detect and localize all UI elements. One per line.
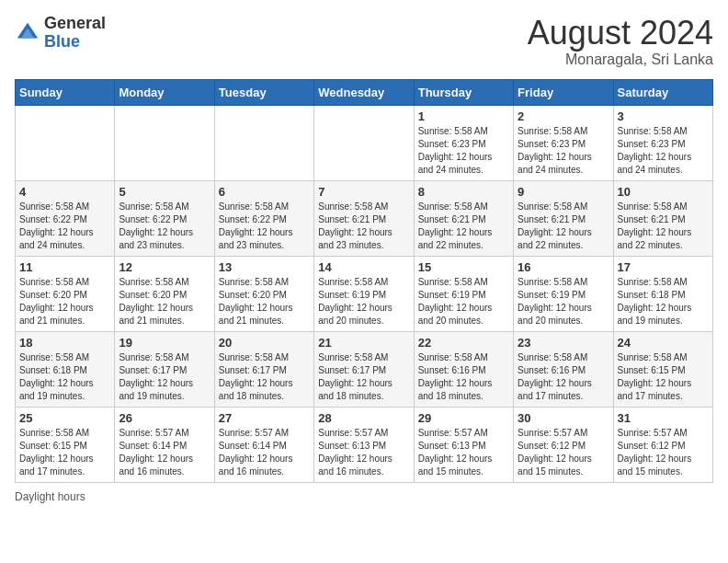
subtitle: Monaragala, Sri Lanka	[528, 52, 713, 68]
day-number: 21	[318, 336, 409, 350]
day-info: Sunrise: 5:58 AM Sunset: 6:18 PM Dayligh…	[618, 276, 709, 327]
logo: General Blue	[15, 15, 106, 52]
calendar-cell	[214, 105, 313, 180]
day-info: Sunrise: 5:58 AM Sunset: 6:17 PM Dayligh…	[119, 351, 210, 403]
calendar-cell: 20Sunrise: 5:58 AM Sunset: 6:17 PM Dayli…	[214, 331, 313, 407]
calendar-cell: 30Sunrise: 5:57 AM Sunset: 6:12 PM Dayli…	[514, 407, 613, 482]
day-number: 18	[19, 336, 110, 350]
calendar-cell: 16Sunrise: 5:58 AM Sunset: 6:19 PM Dayli…	[514, 256, 613, 331]
day-number: 1	[418, 109, 509, 123]
day-info: Sunrise: 5:58 AM Sunset: 6:16 PM Dayligh…	[518, 351, 609, 403]
day-number: 31	[618, 411, 709, 425]
calendar-cell: 28Sunrise: 5:57 AM Sunset: 6:13 PM Dayli…	[314, 407, 414, 482]
week-row-4: 25Sunrise: 5:58 AM Sunset: 6:15 PM Dayli…	[16, 407, 713, 482]
week-row-1: 4Sunrise: 5:58 AM Sunset: 6:22 PM Daylig…	[16, 180, 713, 256]
day-info: Sunrise: 5:58 AM Sunset: 6:22 PM Dayligh…	[19, 201, 110, 252]
day-number: 9	[518, 185, 609, 199]
calendar-cell: 4Sunrise: 5:58 AM Sunset: 6:22 PM Daylig…	[16, 180, 115, 256]
calendar-cell: 1Sunrise: 5:58 AM Sunset: 6:23 PM Daylig…	[414, 105, 513, 180]
day-number: 24	[618, 336, 709, 350]
day-info: Sunrise: 5:58 AM Sunset: 6:15 PM Dayligh…	[19, 427, 110, 478]
day-number: 2	[518, 109, 609, 123]
day-info: Sunrise: 5:58 AM Sunset: 6:20 PM Dayligh…	[219, 276, 310, 327]
day-number: 4	[19, 185, 110, 199]
calendar-cell: 26Sunrise: 5:57 AM Sunset: 6:14 PM Dayli…	[115, 407, 214, 482]
day-info: Sunrise: 5:57 AM Sunset: 6:12 PM Dayligh…	[618, 427, 709, 478]
day-number: 27	[219, 411, 310, 425]
calendar-cell	[314, 105, 414, 180]
week-row-3: 18Sunrise: 5:58 AM Sunset: 6:18 PM Dayli…	[16, 331, 713, 407]
calendar-cell: 29Sunrise: 5:57 AM Sunset: 6:13 PM Dayli…	[414, 407, 513, 482]
day-number: 15	[418, 260, 509, 274]
day-number: 12	[119, 260, 210, 274]
calendar-cell: 15Sunrise: 5:58 AM Sunset: 6:19 PM Dayli…	[414, 256, 513, 331]
title-area: August 2024 Monaragala, Sri Lanka	[528, 15, 713, 68]
day-header-wednesday: Wednesday	[314, 79, 414, 105]
footer-note: Daylight hours	[15, 490, 713, 503]
day-info: Sunrise: 5:58 AM Sunset: 6:18 PM Dayligh…	[19, 351, 110, 403]
calendar-cell: 24Sunrise: 5:58 AM Sunset: 6:15 PM Dayli…	[613, 331, 712, 407]
day-number: 23	[518, 336, 609, 350]
day-header-friday: Friday	[514, 79, 613, 105]
day-info: Sunrise: 5:58 AM Sunset: 6:22 PM Dayligh…	[219, 201, 310, 252]
day-info: Sunrise: 5:58 AM Sunset: 6:19 PM Dayligh…	[418, 276, 509, 327]
day-header-saturday: Saturday	[613, 79, 712, 105]
calendar-cell: 8Sunrise: 5:58 AM Sunset: 6:21 PM Daylig…	[414, 180, 513, 256]
main-title: August 2024	[528, 15, 713, 52]
day-info: Sunrise: 5:58 AM Sunset: 6:20 PM Dayligh…	[119, 276, 210, 327]
calendar-table: SundayMondayTuesdayWednesdayThursdayFrid…	[15, 79, 713, 483]
day-info: Sunrise: 5:58 AM Sunset: 6:16 PM Dayligh…	[418, 351, 509, 403]
calendar-cell: 27Sunrise: 5:57 AM Sunset: 6:14 PM Dayli…	[214, 407, 313, 482]
day-info: Sunrise: 5:58 AM Sunset: 6:20 PM Dayligh…	[19, 276, 110, 327]
calendar-cell	[115, 105, 214, 180]
day-header-sunday: Sunday	[16, 79, 115, 105]
day-header-monday: Monday	[115, 79, 214, 105]
week-row-0: 1Sunrise: 5:58 AM Sunset: 6:23 PM Daylig…	[16, 105, 713, 180]
day-info: Sunrise: 5:58 AM Sunset: 6:15 PM Dayligh…	[618, 351, 709, 403]
day-info: Sunrise: 5:58 AM Sunset: 6:21 PM Dayligh…	[318, 201, 409, 252]
calendar-cell: 18Sunrise: 5:58 AM Sunset: 6:18 PM Dayli…	[16, 331, 115, 407]
day-number: 28	[318, 411, 409, 425]
day-number: 13	[219, 260, 310, 274]
day-number: 30	[518, 411, 609, 425]
day-info: Sunrise: 5:57 AM Sunset: 6:12 PM Dayligh…	[518, 427, 609, 478]
calendar-cell: 2Sunrise: 5:58 AM Sunset: 6:23 PM Daylig…	[514, 105, 613, 180]
day-info: Sunrise: 5:58 AM Sunset: 6:21 PM Dayligh…	[418, 201, 509, 252]
day-info: Sunrise: 5:57 AM Sunset: 6:13 PM Dayligh…	[418, 427, 509, 478]
calendar-cell: 25Sunrise: 5:58 AM Sunset: 6:15 PM Dayli…	[16, 407, 115, 482]
day-info: Sunrise: 5:57 AM Sunset: 6:14 PM Dayligh…	[119, 427, 210, 478]
day-number: 14	[318, 260, 409, 274]
calendar-cell: 23Sunrise: 5:58 AM Sunset: 6:16 PM Dayli…	[514, 331, 613, 407]
day-number: 22	[418, 336, 509, 350]
day-info: Sunrise: 5:58 AM Sunset: 6:22 PM Dayligh…	[119, 201, 210, 252]
logo-text: General Blue	[44, 15, 106, 52]
logo-blue-text: Blue	[44, 33, 106, 52]
day-info: Sunrise: 5:58 AM Sunset: 6:23 PM Dayligh…	[418, 125, 509, 177]
header: General Blue August 2024 Monaragala, Sri…	[15, 15, 713, 68]
calendar-cell: 9Sunrise: 5:58 AM Sunset: 6:21 PM Daylig…	[514, 180, 613, 256]
day-number: 5	[119, 185, 210, 199]
calendar-cell: 21Sunrise: 5:58 AM Sunset: 6:17 PM Dayli…	[314, 331, 414, 407]
day-header-tuesday: Tuesday	[214, 79, 313, 105]
day-number: 7	[318, 185, 409, 199]
day-info: Sunrise: 5:58 AM Sunset: 6:17 PM Dayligh…	[318, 351, 409, 403]
calendar-cell: 7Sunrise: 5:58 AM Sunset: 6:21 PM Daylig…	[314, 180, 414, 256]
day-number: 3	[618, 109, 709, 123]
calendar-cell: 14Sunrise: 5:58 AM Sunset: 6:19 PM Dayli…	[314, 256, 414, 331]
calendar-cell: 19Sunrise: 5:58 AM Sunset: 6:17 PM Dayli…	[115, 331, 214, 407]
day-info: Sunrise: 5:57 AM Sunset: 6:14 PM Dayligh…	[219, 427, 310, 478]
calendar-cell: 13Sunrise: 5:58 AM Sunset: 6:20 PM Dayli…	[214, 256, 313, 331]
calendar-cell: 11Sunrise: 5:58 AM Sunset: 6:20 PM Dayli…	[16, 256, 115, 331]
day-number: 19	[119, 336, 210, 350]
calendar-cell: 5Sunrise: 5:58 AM Sunset: 6:22 PM Daylig…	[115, 180, 214, 256]
day-number: 6	[219, 185, 310, 199]
day-info: Sunrise: 5:58 AM Sunset: 6:21 PM Dayligh…	[618, 201, 709, 252]
day-info: Sunrise: 5:58 AM Sunset: 6:19 PM Dayligh…	[518, 276, 609, 327]
calendar-cell	[16, 105, 115, 180]
calendar-cell: 31Sunrise: 5:57 AM Sunset: 6:12 PM Dayli…	[613, 407, 712, 482]
day-info: Sunrise: 5:58 AM Sunset: 6:21 PM Dayligh…	[518, 201, 609, 252]
calendar-cell: 10Sunrise: 5:58 AM Sunset: 6:21 PM Dayli…	[613, 180, 712, 256]
day-info: Sunrise: 5:57 AM Sunset: 6:13 PM Dayligh…	[318, 427, 409, 478]
day-number: 25	[19, 411, 110, 425]
day-info: Sunrise: 5:58 AM Sunset: 6:23 PM Dayligh…	[518, 125, 609, 177]
